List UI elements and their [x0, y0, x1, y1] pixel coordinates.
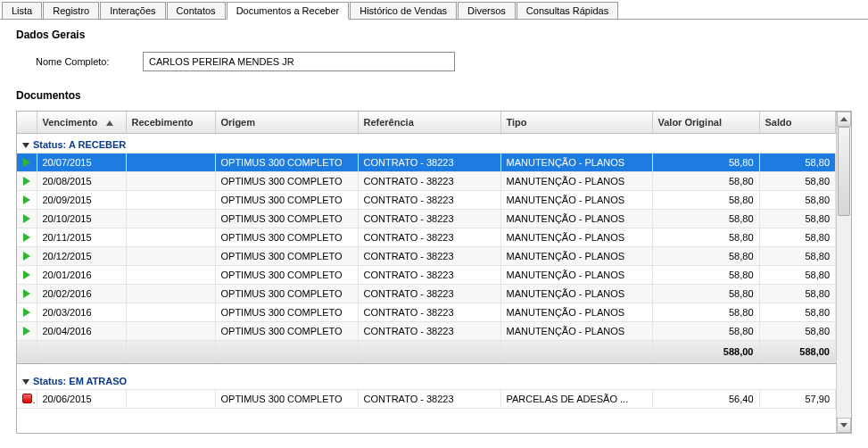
- section-docs-title: Documentos: [0, 80, 868, 107]
- arrow-right-icon: [23, 158, 30, 167]
- col-orig-header[interactable]: Origem: [215, 112, 358, 133]
- arrow-right-icon: [23, 195, 30, 204]
- arrow-right-icon: [23, 270, 30, 279]
- documents-grid: Vencimento Recebimento Origem Referência…: [16, 111, 852, 434]
- group-header[interactable]: Status: A RECEBER: [17, 133, 836, 153]
- col-saldo-header[interactable]: Saldo: [759, 112, 836, 133]
- col-receb-header[interactable]: Recebimento: [126, 112, 215, 133]
- col-icon-header[interactable]: [17, 112, 37, 133]
- group-header[interactable]: Status: EM ATRASO: [17, 370, 836, 390]
- table-row[interactable]: 20/10/2015OPTIMUS 300 COMPLETOCONTRATO -…: [17, 209, 836, 228]
- form-row-fullname: Nome Completo:: [0, 46, 868, 80]
- tab-bar: ListaRegistroInteraçõesContatosDocumento…: [0, 0, 868, 20]
- table-row[interactable]: 20/09/2015OPTIMUS 300 COMPLETOCONTRATO -…: [17, 190, 836, 209]
- arrow-right-icon: [23, 233, 30, 242]
- tab-contatos[interactable]: Contatos: [167, 2, 226, 19]
- group-label: Status: A RECEBER: [33, 139, 126, 150]
- col-valor-header[interactable]: Valor Original: [652, 112, 759, 133]
- collapse-icon: [22, 143, 29, 148]
- arrow-right-icon: [23, 252, 30, 261]
- tab-registro[interactable]: Registro: [43, 2, 99, 19]
- group-label: Status: EM ATRASO: [33, 376, 127, 386]
- tab-consultas-rápidas[interactable]: Consultas Rápidas: [517, 2, 618, 19]
- label-fullname: Nome Completo:: [36, 56, 143, 67]
- col-tipo-header[interactable]: Tipo: [500, 112, 652, 133]
- tab-interações[interactable]: Interações: [100, 2, 165, 19]
- scroll-thumb[interactable]: [838, 127, 850, 216]
- table-row[interactable]: 20/12/2015OPTIMUS 300 COMPLETOCONTRATO -…: [17, 246, 836, 265]
- group-totals: 588,00588,00: [17, 340, 836, 363]
- arrow-right-icon: [23, 327, 30, 336]
- tab-documentos-a-receber[interactable]: Documentos a Receber: [227, 2, 350, 20]
- table-row[interactable]: 20/03/2016OPTIMUS 300 COMPLETOCONTRATO -…: [17, 303, 836, 321]
- grid-header-row: Vencimento Recebimento Origem Referência…: [17, 112, 836, 133]
- scroll-up-button[interactable]: [837, 112, 851, 127]
- arrow-right-icon: [23, 214, 30, 223]
- arrow-right-icon: [23, 289, 30, 298]
- sort-asc-icon: [106, 120, 113, 126]
- section-general-title: Dados Gerais: [0, 20, 868, 46]
- table-row[interactable]: 20/07/2015OPTIMUS 300 COMPLETOCONTRATO -…: [17, 153, 836, 171]
- tab-lista[interactable]: Lista: [2, 2, 42, 19]
- table-row[interactable]: 20/08/2015OPTIMUS 300 COMPLETOCONTRATO -…: [17, 171, 836, 190]
- tab-diversos[interactable]: Diversos: [458, 2, 516, 19]
- vertical-scrollbar[interactable]: [836, 112, 851, 433]
- chevron-up-icon: [840, 117, 847, 121]
- fullname-input[interactable]: [143, 52, 455, 71]
- table-row[interactable]: 20/11/2015OPTIMUS 300 COMPLETOCONTRATO -…: [17, 228, 836, 246]
- arrow-right-icon: [23, 308, 30, 317]
- tab-histórico-de-vendas[interactable]: Histórico de Vendas: [350, 2, 457, 19]
- alert-icon: [22, 394, 32, 403]
- table-row[interactable]: 20/01/2016OPTIMUS 300 COMPLETOCONTRATO -…: [17, 265, 836, 284]
- arrow-right-icon: [23, 177, 30, 186]
- table-row[interactable]: 20/02/2016OPTIMUS 300 COMPLETOCONTRATO -…: [17, 284, 836, 303]
- col-ref-header[interactable]: Referência: [358, 112, 500, 133]
- collapse-icon: [22, 379, 29, 385]
- scroll-down-button[interactable]: [837, 418, 851, 433]
- chevron-down-icon: [840, 423, 847, 427]
- col-venc-header[interactable]: Vencimento: [37, 112, 126, 133]
- table-row[interactable]: 20/04/2016OPTIMUS 300 COMPLETOCONTRATO -…: [17, 321, 836, 340]
- table-row[interactable]: 20/06/2015OPTIMUS 300 COMPLETOCONTRATO -…: [17, 390, 836, 409]
